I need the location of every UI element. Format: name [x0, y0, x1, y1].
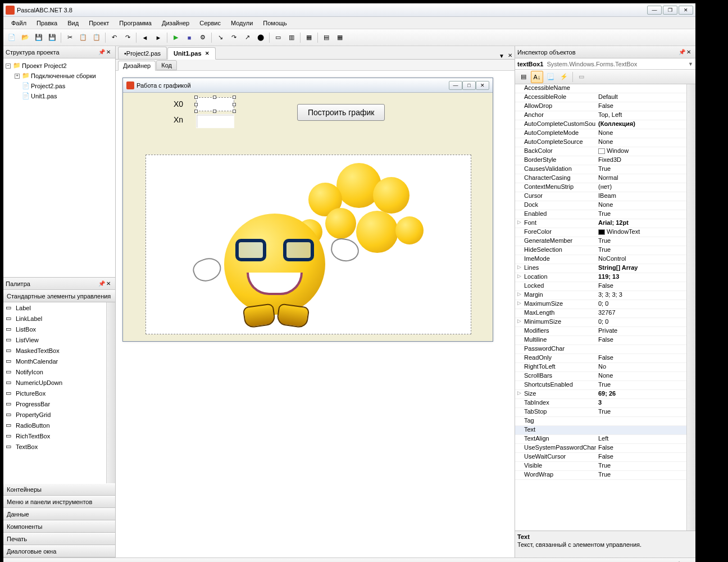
property-row[interactable]: DockNone [515, 201, 686, 210]
design-surface[interactable]: Работа с графикой — □ ✕ X0 Xn [116, 71, 515, 558]
nav-back-icon[interactable]: ◄ [139, 31, 151, 44]
property-row[interactable]: ▷MaximumSize0; 0 [515, 300, 686, 309]
property-row[interactable]: CursorIBeam [515, 192, 686, 201]
compile-icon[interactable]: ⚙ [197, 31, 209, 44]
redo-icon[interactable]: ↷ [121, 31, 134, 44]
menu-project[interactable]: Проект [84, 19, 113, 28]
save-icon[interactable]: 💾 [33, 31, 45, 44]
property-row[interactable]: AllowDropFalse [515, 102, 686, 111]
property-row[interactable]: VisibleTrue [515, 462, 686, 471]
property-row[interactable]: CausesValidationTrue [515, 165, 686, 174]
events-icon[interactable]: ⚡ [558, 71, 570, 83]
menu-program[interactable]: Программа [115, 19, 156, 28]
property-row[interactable]: AccessibleName [515, 84, 686, 93]
close-icon[interactable]: ✕ [106, 280, 113, 287]
step-over-icon[interactable]: ↷ [228, 31, 240, 44]
property-grid[interactable]: AccessibleNameAccessibleRoleDefaultAllow… [515, 84, 695, 531]
property-row[interactable]: ▷MinimumSize0; 0 [515, 318, 686, 327]
palette-item[interactable]: ▭NumericUpDown [3, 377, 106, 388]
palette-item[interactable]: ▭Label [3, 302, 106, 313]
label-x0[interactable]: X0 [174, 99, 183, 108]
new-file-icon[interactable]: 📄 [6, 31, 18, 44]
property-row[interactable]: Text [515, 426, 686, 435]
property-row[interactable]: MaxLength32767 [515, 309, 686, 318]
palette-item[interactable]: ▭RichTextBox [3, 430, 106, 441]
undo-icon[interactable]: ↶ [108, 31, 120, 44]
align-icon[interactable]: ▦ [334, 31, 346, 44]
property-row[interactable]: ModifiersPrivate [515, 327, 686, 336]
property-row[interactable]: CharacterCasingNormal [515, 174, 686, 183]
project-tree[interactable]: −📁Проект Project2 +📁Подключенные сборки … [3, 58, 115, 278]
property-row[interactable]: PasswordChar [515, 345, 686, 354]
tab-project2[interactable]: •Project2.pas [118, 47, 167, 59]
palette-item[interactable]: ▭ProgressBar [3, 398, 106, 409]
property-row[interactable]: ScrollBarsNone [515, 372, 686, 381]
palette-item[interactable]: ▭MonthCalendar [3, 356, 106, 366]
property-row[interactable]: BorderStyleFixed3D [515, 156, 686, 165]
palette-item[interactable]: ▭PropertyGrid [3, 409, 106, 420]
property-row[interactable]: ▷Location119; 13 [515, 273, 686, 282]
property-row[interactable]: AnchorTop, Left [515, 111, 686, 120]
property-row[interactable]: ▷FontArial; 12pt [515, 219, 686, 228]
properties-icon[interactable]: 📃 [544, 71, 557, 83]
property-row[interactable]: ForeColorWindowText [515, 228, 686, 237]
palette-group-standard[interactable]: Стандартные элементы управления [3, 290, 115, 302]
label-xn[interactable]: Xn [174, 115, 183, 124]
subtab-code[interactable]: Код [156, 60, 177, 70]
textbox-x0[interactable] [196, 97, 234, 111]
pin-icon[interactable]: 📌 [679, 49, 685, 56]
property-row[interactable]: TextAlignLeft [515, 435, 686, 444]
tab-order-icon[interactable]: ▤ [320, 31, 333, 44]
tree-root[interactable]: −📁Проект Project2 [6, 61, 113, 71]
property-row[interactable]: ▷LinesString[] Array [515, 264, 686, 273]
restore-button[interactable]: ❐ [663, 6, 677, 15]
scrollbar[interactable] [686, 84, 695, 531]
build-graph-button[interactable]: Построить график [297, 104, 385, 121]
run-icon[interactable]: ▶ [170, 31, 182, 44]
palette-item[interactable]: ▭PictureBox [3, 388, 106, 398]
property-row[interactable]: AutoCompleteModeNone [515, 129, 686, 138]
palette-item[interactable]: ▭RadioButton [3, 420, 106, 430]
pin-icon[interactable]: 📌 [98, 49, 105, 56]
tabs-dropdown-icon[interactable]: ▼ [499, 53, 504, 59]
menu-modules[interactable]: Модули [226, 19, 257, 28]
palette-item[interactable]: ▭NotifyIcon [3, 366, 106, 377]
property-row[interactable]: ImeModeNoControl [515, 255, 686, 264]
step-out-icon[interactable]: ↗ [241, 31, 253, 44]
property-row[interactable]: UseWaitCursorFalse [515, 453, 686, 462]
palette-group[interactable]: Печать [3, 533, 115, 545]
property-row[interactable]: BackColorWindow [515, 147, 686, 156]
tree-file[interactable]: 📄Unit1.pas [6, 91, 113, 101]
stop-icon[interactable]: ■ [183, 31, 195, 44]
palette-item[interactable]: ▭MaskedTextBox [3, 345, 106, 356]
property-row[interactable]: ▷Size69; 26 [515, 390, 686, 399]
form-window[interactable]: Работа с графикой — □ ✕ X0 Xn [122, 78, 493, 342]
tabs-close-icon[interactable]: ✕ [508, 52, 515, 59]
property-row[interactable]: WordWrapTrue [515, 471, 686, 480]
property-row[interactable]: TabIndex3 [515, 399, 686, 408]
palette-item[interactable]: ▭ListBox [3, 324, 106, 334]
dropdown-icon[interactable]: ▼ [688, 61, 693, 67]
menu-help[interactable]: Помощь [258, 19, 292, 28]
scrollbar[interactable] [106, 302, 115, 483]
breakpoint-icon[interactable]: ⬤ [254, 31, 267, 44]
palette-group[interactable]: Данные [3, 508, 115, 520]
categorized-icon[interactable]: ▤ [517, 71, 530, 83]
palette-group[interactable]: Меню и панели инструментов [3, 496, 115, 508]
palette-group[interactable]: Диалоговые окна [3, 545, 115, 558]
pin-icon[interactable]: 📌 [98, 280, 105, 287]
property-row[interactable]: UseSystemPasswordCharFalse [515, 444, 686, 453]
property-row[interactable]: MultilineFalse [515, 336, 686, 345]
property-row[interactable]: Tag [515, 417, 686, 426]
property-row[interactable]: ▷Margin3; 3; 3; 3 [515, 291, 686, 300]
step-into-icon[interactable]: ↘ [214, 31, 226, 44]
palette-group[interactable]: Компоненты [3, 520, 115, 533]
property-row[interactable]: ReadOnlyFalse [515, 354, 686, 363]
close-button[interactable]: ✕ [679, 6, 693, 15]
form-designer-icon[interactable]: ▦ [303, 31, 315, 44]
tree-file[interactable]: 📄Project2.pas [6, 81, 113, 91]
property-row[interactable]: AutoCompleteCustomSour(Коллекция) [515, 120, 686, 129]
picturebox[interactable] [145, 155, 471, 334]
cut-icon[interactable]: ✂ [63, 31, 76, 44]
save-all-icon[interactable]: 💾 [46, 31, 58, 44]
